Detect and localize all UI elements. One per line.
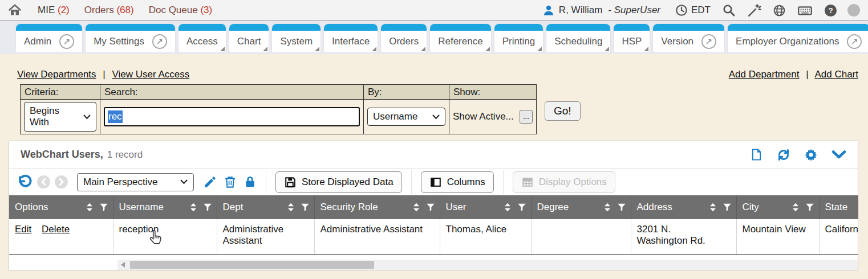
globe-icon[interactable]: [773, 4, 786, 17]
next-icon[interactable]: [55, 175, 68, 188]
tab-scheduling[interactable]: Scheduling: [546, 24, 610, 52]
column-header-state[interactable]: State: [819, 195, 858, 219]
column-header-username[interactable]: Username: [113, 195, 217, 219]
by-selected-value: Username: [373, 111, 417, 122]
add-department-link[interactable]: Add Department: [729, 69, 800, 80]
filter-icon[interactable]: [301, 203, 310, 212]
dept-cell: Administrative Assistant: [217, 219, 314, 255]
user-name[interactable]: R, William: [559, 5, 603, 16]
sort-icon[interactable]: [791, 202, 800, 212]
tab-accent-strip: [653, 24, 724, 31]
columns-button[interactable]: Columns: [421, 171, 494, 193]
external-link-icon[interactable]: ↗: [152, 34, 167, 49]
nav-mie[interactable]: MIE (2): [38, 5, 70, 16]
external-link-icon[interactable]: ↗: [59, 34, 74, 49]
filter-icon[interactable]: [203, 203, 212, 212]
search-icon[interactable]: [722, 3, 736, 17]
display-options-button[interactable]: Display Options: [513, 171, 615, 193]
tab-accent-strip: [728, 24, 868, 31]
edit-perspective-icon[interactable]: [203, 175, 217, 189]
wand-icon[interactable]: [747, 3, 761, 18]
tab-label: Chart: [237, 36, 261, 47]
perspective-select[interactable]: Main Perspective: [77, 173, 194, 191]
tab-version[interactable]: Version ↗: [653, 24, 724, 52]
column-header-options[interactable]: Options: [9, 195, 113, 219]
tab-label: Access: [186, 36, 218, 47]
sort-icon[interactable]: [708, 202, 717, 212]
sort-icon[interactable]: [85, 202, 94, 212]
go-button[interactable]: Go!: [545, 101, 581, 121]
view-departments-link[interactable]: View Departments: [17, 69, 96, 80]
undo-icon[interactable]: [17, 174, 33, 190]
refresh-icon[interactable]: [777, 148, 790, 162]
column-header-security-role[interactable]: Security Role: [314, 195, 440, 219]
previous-icon[interactable]: [37, 175, 50, 188]
external-link-icon[interactable]: ↗: [847, 34, 862, 49]
tab-interface[interactable]: Interface: [324, 24, 378, 52]
home-icon[interactable]: [8, 3, 22, 17]
avatar[interactable]: [847, 4, 860, 17]
filter-icon[interactable]: [723, 203, 732, 212]
nav-doc-queue-count: (3): [200, 5, 212, 15]
sort-icon[interactable]: [286, 202, 295, 212]
tab-system[interactable]: System: [272, 24, 321, 52]
tab-hsp[interactable]: HSP: [614, 24, 650, 52]
action-links-row: View Departments | View User Access Add …: [0, 54, 868, 80]
sort-icon[interactable]: [412, 202, 421, 212]
store-displayed-data-button[interactable]: Store Displayed Data: [275, 171, 402, 193]
column-header-address[interactable]: Address: [631, 195, 736, 219]
search-input-selected-text: rec: [108, 110, 123, 123]
panel-title: WebChart Users,: [21, 149, 103, 161]
delete-perspective-icon[interactable]: [224, 175, 237, 188]
nav-doc-queue[interactable]: Doc Queue (3): [149, 5, 213, 16]
show-more-button[interactable]: ...: [520, 110, 533, 124]
tab-accent-strip: [430, 24, 490, 31]
address-cell: 3201 N. Washington Rd.: [631, 219, 736, 255]
column-header-degree[interactable]: Degree: [531, 195, 631, 219]
timezone-group[interactable]: EDT: [675, 4, 711, 17]
filter-icon[interactable]: [426, 203, 435, 212]
tab-chart[interactable]: Chart: [229, 24, 269, 52]
sort-icon[interactable]: [189, 202, 198, 212]
column-header-user[interactable]: User: [440, 195, 531, 219]
help-icon[interactable]: ?: [824, 4, 837, 17]
criteria-select[interactable]: Begins With: [24, 102, 96, 132]
criteria-selected-value: Begins With: [30, 105, 79, 128]
add-chart-link[interactable]: Add Chart: [814, 69, 858, 80]
nav-orders[interactable]: Orders (68): [84, 5, 134, 16]
by-select[interactable]: Username: [367, 108, 445, 126]
tab-employer-organizations[interactable]: Employer Organizations ↗: [728, 24, 868, 52]
edit-link[interactable]: Edit: [15, 224, 31, 235]
new-document-icon[interactable]: [750, 148, 763, 161]
delete-link[interactable]: Delete: [42, 224, 70, 235]
tab-admin[interactable]: Admin ↗: [16, 24, 82, 52]
user-icon: [542, 4, 555, 17]
grid-footer: [9, 255, 858, 270]
collapse-chevron-icon[interactable]: [832, 149, 846, 161]
tab-my-settings[interactable]: My Settings ↗: [86, 24, 175, 52]
lock-perspective-icon[interactable]: [244, 175, 257, 188]
column-header-dept[interactable]: Dept: [217, 195, 314, 219]
tab-printing[interactable]: Printing: [494, 24, 543, 52]
filter-icon[interactable]: [805, 203, 814, 212]
options-cell: Edit Delete: [9, 219, 113, 255]
keyboard-icon[interactable]: [797, 3, 813, 18]
gear-icon[interactable]: [804, 148, 818, 162]
column-header-city[interactable]: City: [736, 195, 819, 219]
external-link-icon[interactable]: ↗: [701, 34, 716, 49]
filter-icon[interactable]: [517, 203, 526, 212]
user-cell: Thomas, Alice: [440, 219, 531, 255]
scroll-left-icon[interactable]: [121, 262, 125, 268]
view-user-access-link[interactable]: View User Access: [112, 69, 189, 80]
tab-orders[interactable]: Orders: [381, 24, 427, 52]
search-input[interactable]: rec: [104, 107, 360, 126]
sort-icon[interactable]: [603, 202, 612, 212]
horizontal-scrollbar[interactable]: [117, 260, 858, 270]
chevron-down-icon: [83, 114, 91, 120]
filter-icon[interactable]: [99, 203, 108, 212]
scrollbar-thumb[interactable]: [130, 261, 374, 269]
sort-icon[interactable]: [503, 202, 512, 212]
tab-reference[interactable]: Reference: [430, 24, 490, 52]
tab-access[interactable]: Access: [179, 24, 226, 52]
filter-icon[interactable]: [617, 203, 626, 212]
